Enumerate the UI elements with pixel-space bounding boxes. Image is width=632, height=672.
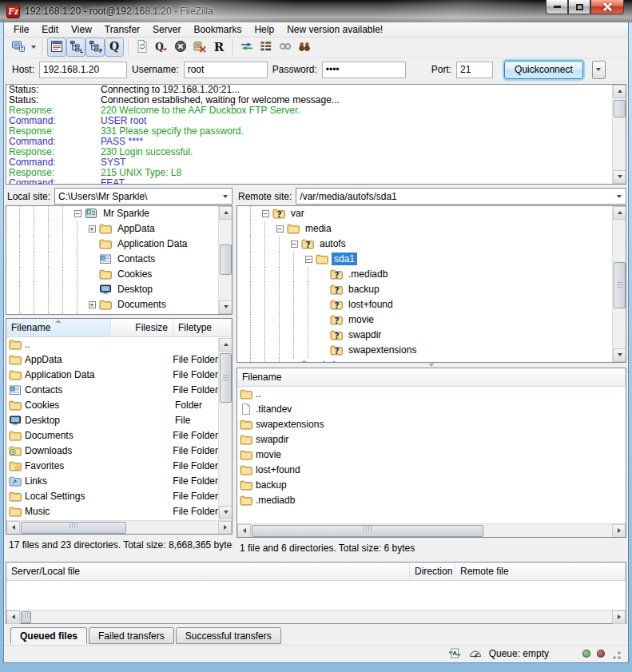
close-button[interactable] — [590, 0, 624, 14]
menu-item-file[interactable]: File — [7, 22, 35, 37]
tab-successful-transfers[interactable]: Successful transfers — [176, 627, 281, 644]
scroll-down-icon[interactable] — [613, 348, 626, 362]
file-row-movie[interactable]: movie — [237, 447, 626, 463]
scroll-up-icon[interactable] — [613, 206, 626, 220]
refresh-button[interactable] — [133, 38, 152, 57]
column-header-filename[interactable]: Filename — [237, 368, 626, 386]
scrollbar-thumb[interactable] — [220, 353, 232, 403]
local-list-scrollbar[interactable] — [218, 338, 232, 519]
menu-item-bookmarks[interactable]: Bookmarks — [187, 22, 248, 37]
tree-item-contacts[interactable]: Contacts — [6, 252, 218, 267]
tree-item-mediadb[interactable]: ?.mediadb — [237, 267, 612, 282]
quickconnect-dropdown-button[interactable] — [592, 61, 606, 79]
scroll-left-icon[interactable] — [237, 524, 251, 538]
scrollbar-thumb[interactable] — [614, 262, 626, 308]
scroll-left-icon[interactable] — [6, 610, 20, 624]
tree-item-application-data[interactable]: Application Data — [6, 237, 218, 252]
menu-item-transfer[interactable]: Transfer — [98, 22, 146, 37]
scrollbar-thumb[interactable] — [21, 611, 31, 623]
tree-item-autofs[interactable]: −?autofs — [237, 237, 612, 252]
scroll-up-icon[interactable] — [219, 206, 233, 220]
toggle-message-log-button[interactable] — [47, 38, 66, 57]
tree-item-desktop[interactable]: Desktop — [6, 282, 218, 297]
menu-item-help[interactable]: Help — [248, 22, 280, 37]
file-row-desktop[interactable]: DesktopFile — [6, 413, 218, 428]
site-manager-button[interactable] — [9, 38, 28, 57]
tree-expander[interactable]: + — [85, 221, 99, 237]
tree-expander[interactable]: − — [258, 206, 272, 221]
file-row-links[interactable]: LinksFile Folder — [6, 474, 218, 489]
local-horizontal-scrollbar[interactable] — [6, 520, 232, 534]
tree-expander[interactable]: − — [272, 221, 287, 237]
file-row-downloads[interactable]: DownloadsFile Folder — [6, 443, 218, 459]
file-row-music[interactable]: MusicFile Folder — [6, 504, 218, 519]
site-manager-dropdown-button[interactable] — [28, 38, 38, 57]
scrollbar-thumb[interactable] — [220, 245, 232, 275]
file-row-mediadb[interactable]: .mediadb — [237, 493, 626, 508]
scroll-up-icon[interactable] — [613, 85, 626, 98]
tree-item-cookies[interactable]: Cookies — [6, 267, 218, 282]
file-row-swapdir[interactable]: swapdir — [237, 432, 626, 447]
scroll-right-icon[interactable] — [612, 524, 626, 538]
file-row-titandev[interactable]: .titandev — [237, 402, 626, 417]
transfer-horizontal-scrollbar[interactable] — [6, 610, 626, 623]
column-header-remote-file[interactable]: Remote file — [455, 563, 626, 580]
scroll-right-icon[interactable] — [218, 521, 232, 535]
local-tree-scrollbar[interactable] — [218, 206, 232, 314]
speed-limits-icon[interactable] — [468, 646, 483, 661]
file-search-button[interactable] — [295, 38, 314, 57]
local-site-combo[interactable]: C:\Users\Mr Sparkle\ — [54, 188, 233, 205]
menu-item-new-version-available[interactable]: New version available! — [280, 22, 389, 37]
file-row-[interactable]: .. — [6, 337, 218, 352]
disconnect-button[interactable] — [190, 38, 209, 57]
column-header-filename[interactable]: Filename — [6, 319, 111, 336]
file-row-cookies[interactable]: CookiesFolder — [6, 398, 218, 413]
file-row-contacts[interactable]: ContactsFile Folder — [6, 383, 218, 398]
tree-item-var[interactable]: −?var — [237, 206, 612, 221]
file-row-application-data[interactable]: Application DataFile Folder — [6, 368, 218, 383]
file-row-appdata[interactable]: AppDataFile Folder — [6, 352, 218, 368]
synchronized-browsing-button[interactable] — [256, 38, 276, 57]
tree-item-sda1[interactable]: −sda1 — [237, 252, 612, 267]
directory-comparison-button[interactable] — [237, 38, 256, 57]
column-header-direction[interactable]: Direction — [410, 563, 455, 580]
tab-queued-files[interactable]: Queued files — [10, 627, 87, 644]
file-row-swapextensions[interactable]: swapextensions — [237, 417, 626, 432]
file-row-documents[interactable]: DocumentsFile Folder — [6, 428, 218, 443]
tree-item-mr-sparkle[interactable]: −Mr Sparkle — [6, 206, 218, 221]
scrollbar-thumb[interactable] — [252, 525, 483, 537]
host-input[interactable] — [39, 62, 127, 78]
column-header-filesize[interactable]: Filesize — [111, 319, 173, 336]
remote-tree-scrollbar[interactable] — [612, 206, 626, 362]
scrollbar-thumb[interactable] — [614, 100, 626, 117]
port-input[interactable] — [456, 62, 493, 78]
toggle-local-tree-button[interactable]: L — [66, 38, 85, 57]
tree-item-swapdir[interactable]: ?swapdir — [237, 328, 612, 343]
scroll-down-icon[interactable] — [219, 300, 233, 314]
tree-expander[interactable]: + — [85, 297, 99, 312]
scroll-up-icon[interactable] — [219, 338, 233, 352]
directory-listing-filters-button[interactable] — [276, 38, 295, 57]
process-queue-button[interactable]: Q — [152, 38, 171, 57]
tree-expander[interactable]: − — [287, 237, 301, 252]
file-row-[interactable]: .. — [237, 387, 626, 402]
menu-item-edit[interactable]: Edit — [35, 22, 65, 37]
file-row-local-settings[interactable]: Local SettingsFile Folder — [6, 489, 218, 504]
password-input[interactable] — [322, 62, 406, 78]
tab-failed-transfers[interactable]: Failed transfers — [89, 627, 174, 644]
tree-expander[interactable]: + — [85, 312, 99, 315]
chevron-down-icon[interactable] — [613, 195, 626, 198]
tree-item-appdata[interactable]: +AppData — [6, 221, 218, 237]
tree-item-documents[interactable]: +Documents — [6, 297, 218, 312]
file-row-lost-found[interactable]: lost+found — [237, 463, 626, 478]
column-header-server-local-file[interactable]: Server/Local file — [6, 563, 410, 580]
toggle-queue-button[interactable]: Q — [105, 38, 124, 57]
cancel-button[interactable] — [171, 38, 190, 57]
tree-item-backup[interactable]: ?backup — [237, 282, 612, 297]
tree-item-dvd[interactable]: ?dvd — [237, 358, 612, 363]
scrollbar-thumb[interactable] — [21, 522, 126, 534]
scroll-down-icon[interactable] — [219, 506, 233, 519]
reconnect-button[interactable]: R — [209, 38, 229, 57]
username-input[interactable] — [184, 62, 268, 78]
menu-item-server[interactable]: Server — [146, 22, 187, 37]
